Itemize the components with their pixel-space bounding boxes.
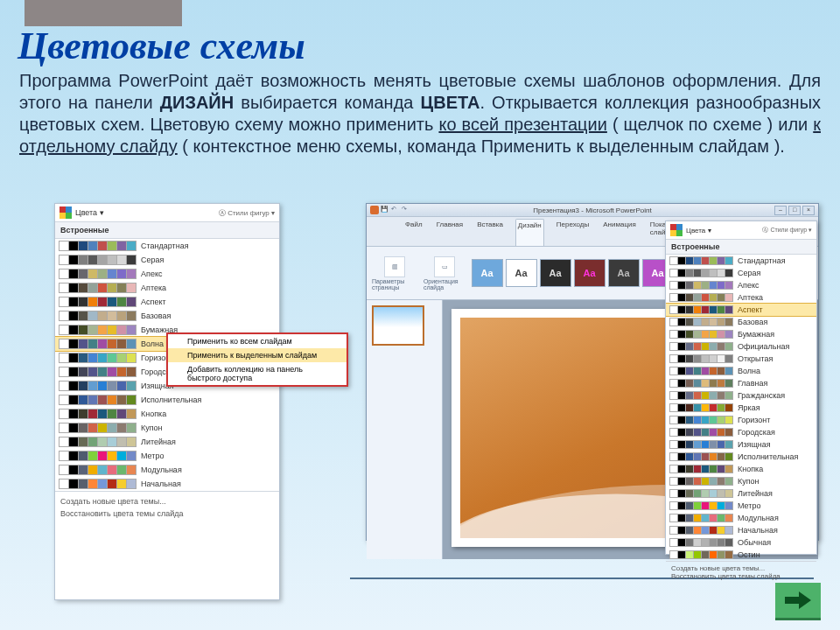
color-scheme-item[interactable]: Городская — [666, 426, 816, 438]
theme-thumbnail[interactable]: Aa — [608, 259, 640, 287]
slide-thumbnails-pane[interactable] — [367, 300, 443, 559]
theme-thumbnail[interactable]: Aa — [574, 259, 606, 287]
color-scheme-item[interactable]: Остин — [666, 549, 816, 561]
color-scheme-item[interactable]: Стандартная — [666, 255, 816, 267]
color-scheme-item[interactable]: Стандартная — [55, 239, 279, 253]
scheme-label: Апекс — [738, 281, 759, 290]
create-theme-colors-item-right[interactable]: Создать новые цвета темы... — [671, 564, 811, 572]
save-icon[interactable]: 💾 — [381, 206, 389, 214]
scheme-label: Начальная — [738, 526, 778, 535]
scheme-label: Модульная — [141, 466, 182, 474]
scheme-label: Остин — [738, 550, 760, 559]
scheme-label: Купон — [141, 424, 163, 432]
maximize-button[interactable]: □ — [788, 206, 801, 215]
scheme-label: Кнопка — [738, 465, 763, 473]
color-scheme-item[interactable]: Горизонт — [666, 414, 816, 426]
color-scheme-item[interactable]: Начальная — [55, 477, 279, 491]
color-scheme-item[interactable]: Начальная — [666, 524, 816, 536]
scheme-label: Бумажная — [738, 330, 774, 339]
color-scheme-item[interactable]: Аптека — [55, 281, 279, 295]
color-scheme-item[interactable]: Серая — [666, 267, 816, 279]
ribbon-tab[interactable]: Переходы — [555, 219, 592, 246]
ribbon-tab[interactable]: Главная — [435, 219, 465, 246]
ctx-add-qat-item[interactable]: Добавить коллекцию на панель быстрого до… — [168, 362, 346, 385]
scheme-label: Городская — [738, 428, 775, 437]
create-theme-colors-item[interactable]: Создать новые цвета темы... — [60, 495, 274, 508]
color-scheme-item[interactable]: Модульная — [666, 512, 816, 524]
colors-dropdown-footer: Создать новые цвета темы... Восстановить… — [55, 491, 279, 523]
orientation-group[interactable]: ▭ Ориентация слайда — [424, 256, 466, 290]
redo-icon[interactable]: ↷ — [402, 206, 410, 214]
color-scheme-item[interactable]: Волна — [666, 365, 816, 377]
color-scheme-item[interactable]: Аспект — [55, 295, 279, 309]
scheme-label: Стандартная — [141, 242, 189, 250]
undo-icon[interactable]: ↶ — [391, 206, 400, 214]
window-title: Презентация3 - Microsoft PowerPoint — [533, 206, 651, 214]
color-scheme-item[interactable]: Купон — [55, 421, 279, 435]
color-scheme-item[interactable]: Главная — [666, 377, 816, 389]
color-scheme-item[interactable]: Апекс — [55, 267, 279, 281]
orientation-icon: ▭ — [434, 256, 455, 277]
scheme-label: Серая — [141, 256, 164, 264]
ribbon-tab[interactable]: Файл — [403, 219, 424, 246]
page-setup-icon: ▥ — [384, 256, 405, 277]
minimize-button[interactable]: – — [774, 206, 787, 215]
page-setup-group[interactable]: ▥ Параметры страницы — [372, 256, 418, 290]
pp-titlebar: 💾 ↶ ↷ Презентация3 - Microsoft PowerPoin… — [367, 204, 818, 217]
scheme-label: Кнопка — [141, 410, 166, 418]
color-scheme-item[interactable]: Гражданская — [666, 389, 816, 402]
color-scheme-item[interactable]: Аспект — [666, 303, 816, 317]
color-scheme-item[interactable]: Серая — [55, 253, 279, 267]
colors-dropdown-header[interactable]: Цвета ▾ Ⓐ Стили фигур ▾ — [55, 204, 279, 222]
color-scheme-item[interactable]: Изящная — [666, 438, 816, 451]
color-scheme-item[interactable]: Литейная — [55, 435, 279, 449]
colors-section-header: Встроенные — [55, 222, 279, 239]
arrow-right-icon — [785, 591, 811, 610]
color-scheme-item[interactable]: Апекс — [666, 279, 816, 291]
color-scheme-item[interactable]: Открытая — [666, 353, 816, 365]
color-scheme-item[interactable]: Модульная — [55, 463, 279, 477]
color-scheme-item[interactable]: Исполнительная — [55, 393, 279, 407]
ribbon-tab[interactable]: Вставка — [475, 219, 505, 246]
scheme-label: Стандартная — [738, 256, 786, 265]
scheme-label: Литейная — [738, 489, 773, 498]
color-scheme-item[interactable]: Базовая — [666, 316, 816, 328]
color-scheme-item[interactable]: Яркая — [666, 402, 816, 414]
color-scheme-item[interactable]: Базовая — [55, 309, 279, 323]
colors-dropdown-header-right[interactable]: Цвета ▾ Ⓐ Стили фигур ▾ — [666, 221, 816, 240]
colors-dropdown-right: Цвета ▾ Ⓐ Стили фигур ▾ Встроенные Станд… — [665, 220, 817, 555]
colors-icon — [60, 206, 72, 219]
color-scheme-item[interactable]: Купон — [666, 475, 816, 487]
scheme-label: Главная — [738, 379, 767, 388]
fonts-styles-label-right: Ⓐ Стили фигур ▾ — [762, 226, 812, 234]
app-icon — [370, 206, 379, 214]
ribbon-tab[interactable]: Анимация — [601, 219, 638, 246]
color-scheme-item[interactable]: Официальная — [666, 340, 816, 353]
next-slide-button[interactable] — [775, 583, 821, 618]
reset-theme-colors-item-right[interactable]: Восстановить цвета темы слайда — [671, 572, 811, 580]
ctx-apply-all-item[interactable]: Применить ко всем слайдам — [168, 334, 346, 348]
color-scheme-item[interactable]: Кнопка — [666, 463, 816, 475]
slide-thumbnail-1[interactable] — [372, 305, 424, 346]
scheme-context-menu: Применить ко всем слайдам Применить к вы… — [166, 332, 348, 387]
theme-thumbnail[interactable]: Aa — [506, 259, 537, 287]
color-scheme-item[interactable]: Исполнительная — [666, 451, 816, 463]
ribbon-tab[interactable]: Дизайн — [515, 219, 544, 246]
ctx-apply-selected-item[interactable]: Применить к выделенным слайдам — [168, 348, 346, 362]
reset-theme-colors-item[interactable]: Восстановить цвета темы слайда — [60, 508, 274, 520]
color-scheme-item[interactable]: Метро — [55, 449, 279, 463]
scheme-label: Метро — [141, 452, 164, 460]
close-button[interactable]: × — [802, 206, 815, 215]
color-scheme-item[interactable]: Метро — [666, 500, 816, 512]
quick-access-toolbar: 💾 ↶ ↷ — [370, 206, 410, 214]
colors-section-header-right: Встроенные — [666, 240, 816, 255]
scheme-label: Открытая — [738, 354, 773, 363]
color-scheme-item[interactable]: Кнопка — [55, 407, 279, 421]
theme-thumbnail[interactable]: Aa — [472, 259, 503, 287]
color-scheme-item[interactable]: Обычная — [666, 536, 816, 549]
color-scheme-item[interactable]: Бумажная — [666, 328, 816, 340]
theme-thumbnail[interactable]: Aa — [540, 259, 571, 287]
color-scheme-item[interactable]: Аптека — [666, 291, 816, 304]
colors-dropdown-left: Цвета ▾ Ⓐ Стили фигур ▾ Встроенные Станд… — [54, 203, 280, 600]
color-scheme-item[interactable]: Литейная — [666, 487, 816, 500]
